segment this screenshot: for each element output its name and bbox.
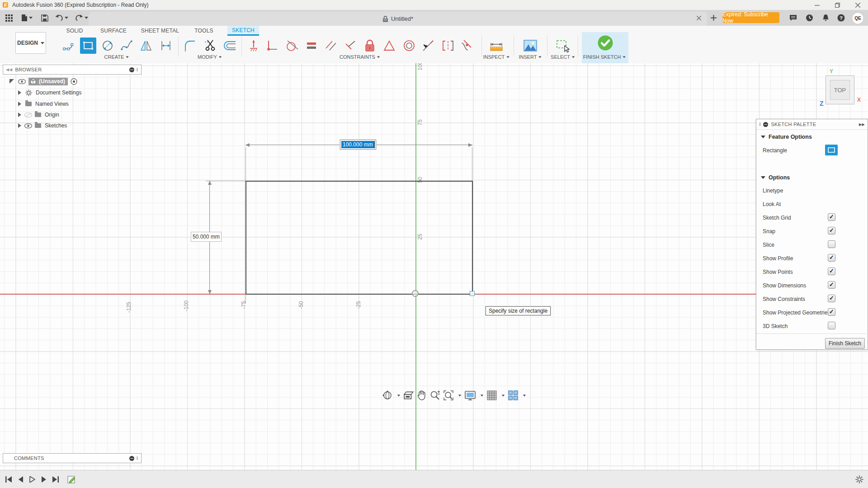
browser-item-root[interactable]: (Unsaved) [9, 77, 77, 86]
visibility-hidden-eye-icon[interactable] [24, 113, 32, 117]
group-insert[interactable]: INSERT [519, 54, 542, 60]
constraint-symmetry-icon[interactable] [440, 38, 456, 54]
sketch-rectangle-right-edge[interactable] [472, 181, 473, 294]
sketch-palette-header[interactable]: ‖ SKETCH PALETTE ▶▶ [756, 119, 868, 130]
collapsed-caret-icon[interactable] [18, 123, 21, 128]
trim-tool-icon[interactable] [202, 38, 218, 54]
constraint-perpendicular-icon[interactable] [342, 38, 359, 54]
group-finish-sketch[interactable]: FINISH SKETCH [583, 54, 626, 60]
viewcube[interactable]: TOP [826, 75, 854, 104]
show-constraints-checkbox[interactable] [828, 295, 835, 302]
collapsed-caret-icon[interactable] [18, 113, 21, 117]
visibility-eye-icon[interactable] [18, 79, 26, 84]
browser-item-document-settings[interactable]: Document Settings [18, 88, 81, 97]
user-avatar[interactable]: QE [852, 12, 864, 24]
collapsed-caret-icon[interactable] [18, 102, 21, 106]
panel-resize-handle[interactable]: ‖ [137, 67, 138, 72]
options-section[interactable]: Options [761, 174, 790, 181]
viewports-icon[interactable] [508, 390, 519, 401]
viewports-dropdown-caret[interactable] [523, 394, 526, 396]
zoom-icon[interactable] [429, 390, 440, 401]
rectangle-corner-handle[interactable] [470, 291, 475, 296]
panel-collapse-icon[interactable] [763, 122, 768, 127]
width-dimension-input[interactable]: 100.000 mm [340, 140, 376, 150]
spline-tool-icon[interactable] [118, 38, 135, 54]
constraint-concentric-icon[interactable] [401, 38, 417, 54]
sketch-rectangle-bottom-edge[interactable] [245, 294, 472, 295]
group-modify[interactable]: MODIFY [198, 54, 222, 60]
browser-item-origin[interactable]: Origin [18, 110, 59, 119]
redo-button[interactable] [73, 10, 90, 26]
workspace-switcher[interactable]: DESIGN [15, 32, 46, 54]
browser-item-sketches[interactable]: Sketches [18, 121, 67, 130]
save-button[interactable] [40, 10, 50, 26]
sketch-rectangle-left-edge[interactable] [245, 181, 246, 294]
group-create[interactable]: CREATE [104, 54, 129, 60]
panel-collapse-icon[interactable] [129, 456, 134, 461]
sketch-rectangle-top-edge[interactable] [245, 181, 472, 182]
job-status-clock-icon[interactable] [804, 10, 815, 26]
browser-item-named-views[interactable]: Named Views [18, 99, 69, 108]
height-dimension-value[interactable]: 50.000 mm [191, 232, 222, 242]
grid-settings-icon[interactable] [486, 390, 497, 401]
constraint-polygon-icon[interactable] [381, 38, 397, 54]
constraint-horizontal-vertical-icon[interactable] [245, 38, 262, 54]
look-at-nav-icon[interactable] [403, 390, 414, 400]
show-points-checkbox[interactable] [828, 267, 835, 275]
help-icon[interactable]: ? [835, 10, 846, 26]
subscribe-button[interactable]: Expired: Subscribe Now [722, 12, 779, 23]
tab-tools[interactable]: TOOLS [190, 26, 217, 36]
comments-panel-header[interactable]: COMMENTS ‖ [3, 453, 142, 463]
constraint-tangent-icon[interactable] [284, 38, 301, 54]
slice-checkbox[interactable] [828, 240, 835, 248]
snap-checkbox[interactable] [828, 227, 835, 235]
expanded-caret-icon[interactable] [9, 79, 14, 84]
constraint-midpoint-icon[interactable] [420, 38, 436, 54]
fit-dropdown-caret[interactable] [458, 394, 461, 396]
sketch-canvas[interactable]: 100 75 50 25 -125 -100 -75 -50 -25 100.0… [0, 63, 868, 470]
new-tab-button[interactable] [708, 10, 719, 26]
panel-drag-handle[interactable]: ‖ [759, 122, 761, 127]
timeline-play-icon[interactable] [27, 474, 37, 484]
offset-tool-icon[interactable] [222, 38, 238, 54]
origin-point[interactable] [412, 290, 419, 297]
show-profile-checkbox[interactable] [828, 254, 835, 262]
sketch-grid-checkbox[interactable] [828, 213, 835, 221]
app-grid-menu-icon[interactable] [4, 10, 14, 26]
undo-button[interactable] [53, 10, 70, 26]
tab-sketch[interactable]: SKETCH [227, 26, 259, 36]
timeline-settings-gear-icon[interactable] [854, 474, 864, 484]
timeline-sketch-feature[interactable] [66, 474, 78, 484]
collapse-left-icon[interactable]: ◀◀ [6, 67, 12, 72]
timeline-go-to-end-icon[interactable] [51, 474, 61, 484]
constraint-equal-icon[interactable] [303, 38, 320, 54]
finish-sketch-palette-button[interactable]: Finish Sketch [825, 338, 865, 349]
select-tool-icon[interactable] [555, 38, 571, 54]
insert-image-icon[interactable] [522, 38, 538, 54]
close-button[interactable] [848, 0, 868, 10]
collapsed-caret-icon[interactable] [18, 90, 21, 95]
group-constraints[interactable]: CONSTRAINTS [340, 54, 380, 60]
feature-options-section[interactable]: Feature Options [761, 134, 812, 140]
document-tab[interactable]: Untitled* [89, 12, 707, 26]
show-dimensions-checkbox[interactable] [828, 281, 835, 289]
grid-dropdown-caret[interactable] [502, 394, 505, 396]
orbit-dropdown-caret[interactable] [397, 394, 400, 396]
fillet-tool-icon[interactable] [182, 38, 198, 54]
show-projected-geometries-checkbox[interactable] [828, 308, 835, 316]
measure-tool-icon[interactable] [488, 38, 505, 54]
tab-solid[interactable]: SOLID [61, 26, 87, 36]
panel-resize-handle[interactable]: ‖ [137, 456, 138, 461]
notifications-bell-icon[interactable] [820, 10, 831, 26]
panel-collapse-icon[interactable] [129, 67, 134, 72]
constraint-curvature-icon[interactable] [458, 38, 475, 54]
minimize-button[interactable] [807, 0, 827, 10]
group-inspect[interactable]: INSPECT [483, 54, 510, 60]
tab-close-icon[interactable] [694, 10, 703, 26]
viewcube-top-face[interactable]: TOP [830, 80, 850, 100]
panel-dock-right-icon[interactable]: ▶▶ [859, 122, 865, 127]
constraint-fix-lock-icon[interactable] [362, 38, 378, 54]
timeline-go-to-start-icon[interactable] [4, 474, 14, 484]
tab-surface[interactable]: SURFACE [96, 26, 131, 36]
display-settings-icon[interactable] [464, 390, 476, 401]
